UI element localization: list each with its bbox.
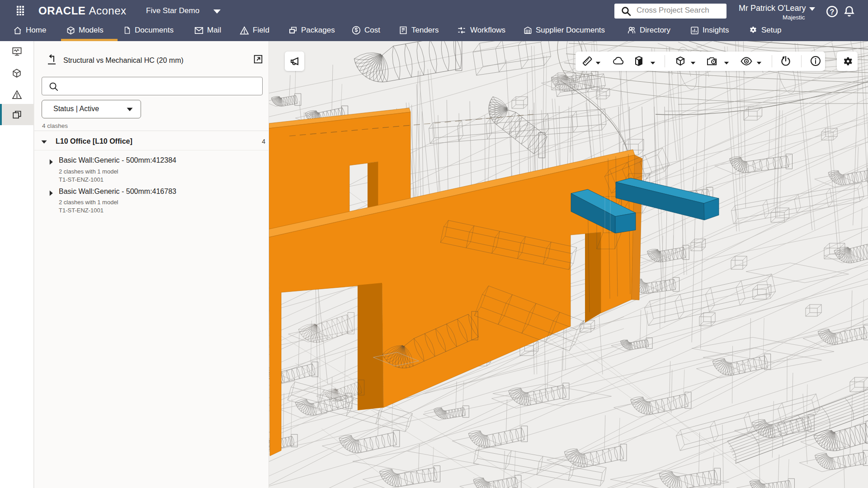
svg-text:?: ? bbox=[830, 8, 835, 16]
